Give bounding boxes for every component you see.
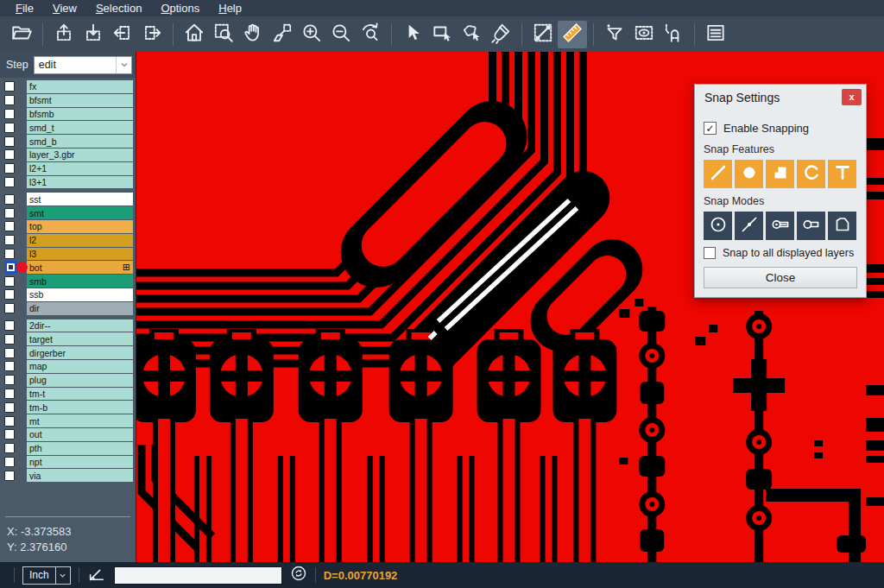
layer-name-field[interactable]: tm-t (27, 388, 133, 401)
step-dropdown[interactable]: edit (34, 56, 132, 74)
snap-mode-contour-button[interactable] (828, 212, 856, 240)
load-right-button[interactable] (137, 21, 167, 48)
layer-name-field[interactable]: dirgerber (27, 346, 133, 359)
layer-name-field[interactable]: bfsmb (27, 108, 133, 121)
select-rect-button[interactable] (427, 21, 457, 48)
zoom-in-button[interactable] (297, 21, 326, 48)
layer-name-field[interactable]: smd_t (27, 121, 133, 134)
layer-checkbox[interactable] (4, 375, 15, 385)
layer-checkbox[interactable] (4, 81, 15, 92)
layer-name-field[interactable]: pth (27, 442, 133, 455)
zoom-window-button[interactable] (209, 21, 238, 48)
dialog-close-icon[interactable]: x (842, 89, 862, 105)
units-dropdown[interactable]: Inch (22, 566, 71, 585)
open-folder-button[interactable] (7, 21, 36, 48)
all-layers-checkbox[interactable] (704, 247, 716, 259)
layer-name-field[interactable]: bfsmt (27, 94, 133, 107)
layer-checkbox[interactable] (4, 402, 15, 413)
layer-checkbox[interactable] (4, 289, 15, 300)
layer-name-field[interactable]: l2+1 (27, 162, 133, 175)
layer-checkbox[interactable] (4, 320, 15, 331)
layer-checkbox[interactable] (4, 123, 15, 133)
layer-name-field[interactable]: tm-b (27, 401, 133, 414)
menu-help[interactable]: Help (210, 1, 250, 16)
layer-name-field[interactable]: mt (27, 414, 133, 427)
enable-snapping-row[interactable]: ✓ Enable Snapping (704, 122, 857, 135)
zoom-poly-button[interactable] (268, 21, 297, 48)
snap-feature-text-button[interactable] (828, 160, 856, 188)
layer-name-field[interactable]: sst (27, 193, 133, 205)
all-layers-row[interactable]: Snap to all displayed layers (704, 247, 857, 259)
menu-options[interactable]: Options (152, 1, 208, 16)
layer-name-field[interactable]: map (27, 360, 133, 373)
measure-ruler-button[interactable] (558, 21, 587, 48)
zoom-previous-button[interactable] (356, 21, 385, 48)
menu-view[interactable]: View (44, 1, 85, 16)
menu-selection[interactable]: Selection (87, 1, 150, 16)
layer-checkbox[interactable] (4, 208, 15, 218)
command-input[interactable] (114, 566, 282, 585)
layer-checkbox[interactable] (4, 136, 15, 147)
layer-name-field[interactable]: bot⊞ (27, 261, 133, 274)
snap-feature-surface-button[interactable] (766, 160, 794, 188)
layer-checkbox[interactable] (4, 443, 15, 453)
snap-feature-line-button[interactable] (704, 160, 732, 188)
clean-brush-button[interactable] (486, 21, 515, 48)
load-up-button[interactable] (49, 21, 79, 48)
pcb-canvas[interactable]: Snap Settings x ✓ Enable Snapping Snap F… (136, 52, 884, 562)
layer-checkbox[interactable] (4, 177, 15, 187)
layers-panel-button[interactable] (701, 21, 730, 48)
layer-checkbox[interactable] (4, 389, 15, 399)
snap-mode-midpoint-button[interactable] (735, 212, 763, 240)
layer-name-field[interactable]: smt (27, 206, 133, 219)
view-options-button[interactable] (629, 21, 659, 48)
snap-settings-button[interactable] (659, 21, 688, 48)
layer-checkbox[interactable] (4, 163, 15, 174)
snap-mode-slot-button[interactable] (797, 212, 825, 240)
layer-name-field[interactable]: ssb (27, 288, 133, 301)
layer-checkbox[interactable] (4, 457, 15, 467)
layer-name-field[interactable]: layer_3.gbr (27, 149, 133, 161)
layer-checkbox[interactable] (4, 471, 15, 481)
menu-file[interactable]: File (7, 1, 42, 16)
layer-checkbox[interactable] (4, 221, 15, 231)
layer-checkbox[interactable] (4, 109, 15, 119)
load-down-button[interactable] (79, 21, 108, 48)
load-left-button[interactable] (108, 21, 137, 48)
layer-name-field[interactable]: smb (27, 275, 133, 288)
close-button[interactable]: Close (704, 267, 857, 288)
layer-checkbox[interactable] (4, 95, 15, 105)
layer-checkbox[interactable] (4, 276, 15, 287)
layer-name-field[interactable]: dir (27, 302, 133, 315)
layer-checkbox[interactable] (4, 348, 15, 358)
layer-name-field[interactable]: via (27, 469, 133, 482)
snap-feature-arc-button[interactable] (797, 160, 825, 188)
layer-name-field[interactable]: l3+1 (27, 176, 133, 189)
select-pointer-button[interactable] (398, 21, 427, 48)
layer-checkbox[interactable] (4, 429, 15, 439)
layer-name-field[interactable]: out (27, 428, 133, 441)
home-button[interactable] (180, 21, 209, 48)
layer-name-field[interactable]: 2dir-- (27, 319, 133, 332)
zoom-out-button[interactable] (326, 21, 356, 48)
filter-button[interactable] (600, 21, 629, 48)
layer-checkbox[interactable] (4, 235, 15, 245)
enable-snapping-checkbox[interactable]: ✓ (704, 122, 717, 135)
layer-name-field[interactable]: l3 (27, 248, 133, 261)
layer-name-field[interactable]: npt (27, 456, 133, 469)
snap-feature-pad-button[interactable] (735, 160, 763, 188)
layer-name-field[interactable]: fx (27, 80, 133, 93)
measure-line-button[interactable] (528, 21, 558, 48)
layer-checkbox[interactable] (4, 249, 15, 259)
layer-name-field[interactable]: target (27, 332, 133, 345)
layer-checkbox[interactable] (4, 416, 15, 427)
layer-checkbox[interactable] (4, 361, 15, 371)
layer-checkbox[interactable] (4, 334, 15, 345)
layer-checkbox[interactable] (4, 194, 15, 205)
snap-mode-pad-entry-button[interactable] (766, 212, 794, 240)
snap-mode-center-button[interactable] (704, 212, 732, 240)
layer-name-field[interactable]: plug (27, 374, 133, 387)
layer-checkbox[interactable] (4, 149, 15, 160)
layer-name-field[interactable]: l2 (27, 234, 133, 247)
snap-dialog-titlebar[interactable]: Snap Settings x (695, 85, 866, 110)
